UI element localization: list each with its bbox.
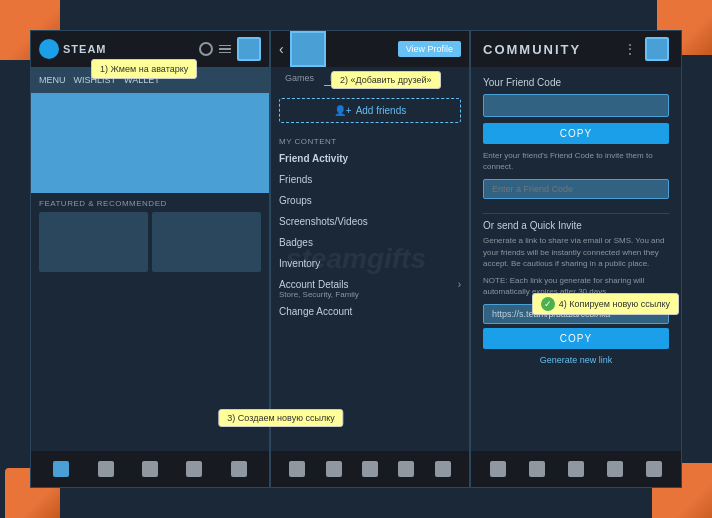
- menu-item-groups[interactable]: Groups: [271, 190, 469, 211]
- bell-icon[interactable]: [607, 461, 623, 477]
- controller-icon[interactable]: [289, 461, 305, 477]
- menu-item-inventory[interactable]: Inventory: [271, 253, 469, 274]
- menu-item-label: Badges: [279, 237, 313, 248]
- friend-code-title: Your Friend Code: [483, 77, 669, 88]
- menu-icon[interactable]: [435, 461, 451, 477]
- heart-icon[interactable]: [568, 461, 584, 477]
- menu-item-change-account[interactable]: Change Account: [271, 301, 469, 322]
- chevron-right-icon: ›: [458, 279, 461, 290]
- community-header: COMMUNITY ⋮: [471, 31, 681, 67]
- featured-label: FEATURED & RECOMMENDED: [31, 193, 269, 212]
- steam-header-icons: [199, 37, 261, 61]
- menu-item-screenshots[interactable]: Screenshots/Videos: [271, 211, 469, 232]
- menu-icon[interactable]: [646, 461, 662, 477]
- tooltip-4: ✓ 4) Копируем новую ссылку: [532, 293, 679, 315]
- middle-header: ‹ View Profile: [271, 31, 469, 67]
- community-bottom-nav: [471, 451, 681, 487]
- add-friends-label: Add friends: [356, 105, 407, 116]
- menu-item-label: Change Account: [279, 306, 352, 317]
- menu-items: Friend Activity Friends Groups Screensho…: [271, 148, 469, 322]
- menu-item-label: Inventory: [279, 258, 320, 269]
- profile-avatar: [290, 31, 326, 67]
- view-profile-button[interactable]: View Profile: [398, 41, 461, 57]
- list-icon[interactable]: [326, 461, 342, 477]
- menu-icon[interactable]: [219, 45, 231, 54]
- controller-icon[interactable]: [53, 461, 69, 477]
- copy-friend-code-button[interactable]: COPY: [483, 123, 669, 144]
- community-title: COMMUNITY: [483, 42, 581, 57]
- menu-bar: [219, 48, 231, 50]
- checkmark-icon: ✓: [541, 297, 555, 311]
- generate-new-link-button[interactable]: Generate new link: [483, 353, 669, 367]
- middle-bottom-nav: [271, 451, 469, 487]
- section-divider: [483, 213, 669, 214]
- my-content-label: MY CONTENT: [271, 131, 469, 148]
- menu-item-label: Screenshots/Videos: [279, 216, 368, 227]
- menu-item-badges[interactable]: Badges: [271, 232, 469, 253]
- copy-invite-link-button[interactable]: COPY: [483, 328, 669, 349]
- quick-invite-description: Generate a link to share via email or SM…: [483, 235, 669, 269]
- list-icon[interactable]: [98, 461, 114, 477]
- menu-item-label: Groups: [279, 195, 312, 206]
- back-arrow-icon[interactable]: ‹: [279, 41, 284, 57]
- steam-bottom-nav: [31, 451, 269, 487]
- community-panel: COMMUNITY ⋮ Your Friend Code COPY Enter …: [470, 30, 682, 488]
- heart-icon[interactable]: [142, 461, 158, 477]
- account-sub-text: Store, Security, Family: [271, 290, 469, 301]
- friend-code-input[interactable]: [483, 94, 669, 117]
- menu-item-friend-activity[interactable]: Friend Activity: [271, 148, 469, 169]
- tooltip-2: 2) «Добавить друзей»: [331, 71, 441, 89]
- main-container: 1) Жмем на аватарку STEAM MENU WISHLIST …: [30, 30, 682, 488]
- copy-section: ✓ 4) Копируем новую ссылку COPY Generate…: [483, 303, 669, 367]
- list-icon[interactable]: [529, 461, 545, 477]
- menu-item-label: Friends: [279, 174, 312, 185]
- friend-code-description: Enter your friend's Friend Code to invit…: [483, 150, 669, 172]
- community-avatar: [645, 37, 669, 61]
- featured-images: [31, 212, 269, 272]
- search-icon[interactable]: [199, 42, 213, 56]
- tooltip-1: 1) Жмем на аватарку: [91, 59, 197, 79]
- bell-icon[interactable]: [398, 461, 414, 477]
- steam-logo: STEAM: [39, 39, 107, 59]
- featured-img-1: [39, 212, 148, 272]
- menu-bar: [219, 52, 231, 54]
- nav-menu[interactable]: MENU: [39, 75, 66, 85]
- menu-icon[interactable]: [231, 461, 247, 477]
- steam-icon: [39, 39, 59, 59]
- menu-item-account[interactable]: Account Details ›: [271, 274, 469, 290]
- add-friends-button[interactable]: 👤+ Add friends: [279, 98, 461, 123]
- add-friends-icon: 👤+: [334, 105, 352, 116]
- controller-icon[interactable]: [490, 461, 506, 477]
- tab-games[interactable]: Games: [279, 71, 320, 86]
- quick-invite-title: Or send a Quick Invite: [483, 220, 669, 231]
- steam-app-title: STEAM: [63, 43, 107, 55]
- heart-icon[interactable]: [362, 461, 378, 477]
- middle-panel: 2) «Добавить друзей» ‹ View Profile Game…: [270, 30, 470, 488]
- steam-banner: [31, 93, 269, 193]
- enter-friend-code-input[interactable]: [483, 179, 669, 199]
- menu-item-label: Friend Activity: [279, 153, 348, 164]
- menu-bar: [219, 45, 231, 47]
- menu-item-label: Account Details: [279, 279, 348, 290]
- avatar[interactable]: [237, 37, 261, 61]
- tooltip-4-text: 4) Копируем новую ссылку: [559, 299, 670, 309]
- more-options-icon[interactable]: ⋮: [623, 41, 637, 57]
- community-content: Your Friend Code COPY Enter your friend'…: [471, 67, 681, 451]
- bell-icon[interactable]: [186, 461, 202, 477]
- featured-img-2: [152, 212, 261, 272]
- tooltip-3: 3) Создаем новую ссылку: [218, 409, 343, 427]
- menu-item-friends[interactable]: Friends: [271, 169, 469, 190]
